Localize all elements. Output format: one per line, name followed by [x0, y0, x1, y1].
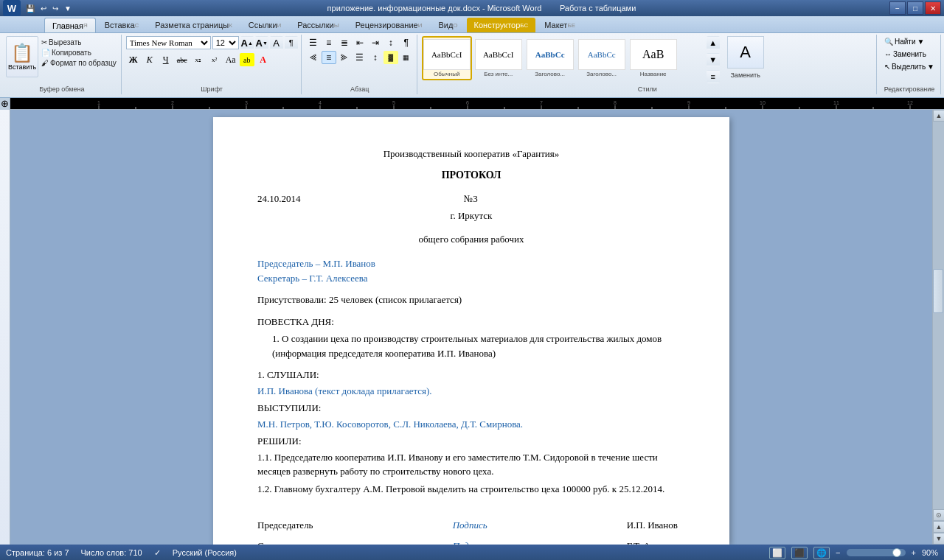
line-spacing-btn[interactable]: ↕ — [368, 51, 383, 64]
status-left: Страница: 6 из 7 Число слов: 710 ✓ Русск… — [6, 548, 237, 558]
window-controls[interactable]: − □ ✕ — [889, 1, 941, 15]
align-center-btn[interactable]: ≡ — [322, 51, 336, 64]
ribbon-content: 📋 Вставить ✂ Вырезать 📄 Копировать 🖌 Фор… — [0, 32, 944, 97]
font-color-btn[interactable]: A — [256, 53, 271, 66]
bold-btn[interactable]: Ж — [126, 53, 141, 66]
prev-page-btn[interactable]: ▲ — [933, 521, 944, 533]
doc-agenda-item: 1. О создании цеха по производству строи… — [272, 332, 685, 360]
multilevel-btn[interactable]: ≣ — [337, 36, 352, 49]
highlight-btn[interactable]: ab — [240, 53, 254, 66]
status-right: ⬜ ⬛ 🌐 − + 90% — [769, 547, 938, 559]
close-btn[interactable]: ✕ — [925, 1, 941, 15]
spell-check-icon[interactable]: ✓ — [154, 548, 161, 558]
clear-format-btn[interactable]: A — [270, 36, 283, 49]
format-painter-button[interactable]: 🖌 Формат по образцу — [40, 58, 118, 68]
strikethrough-btn[interactable]: abc — [175, 53, 190, 66]
view-print-btn[interactable]: ⬜ — [769, 547, 785, 559]
find-button[interactable]: 🔍 Найти ▼ — [881, 36, 927, 47]
tab-references[interactable]: СсылкиИ — [241, 18, 288, 32]
styles-up-btn[interactable]: ▲ — [707, 36, 720, 49]
tab-layout2[interactable]: МакетБЕ — [537, 18, 583, 32]
style-normal[interactable]: AaBbCcI Обычный — [422, 36, 472, 80]
tab-insert[interactable]: ВставкаС — [97, 18, 147, 32]
doc-city: г. Иркутск — [257, 209, 685, 223]
tab-mailings[interactable]: РассылкиЫ — [290, 18, 346, 32]
customize-quick-btn[interactable]: ▼ — [62, 4, 74, 13]
paste-icon: 📋 — [11, 43, 33, 63]
borders-btn[interactable]: ▦ — [399, 51, 414, 64]
justify-btn[interactable]: ☰ — [353, 51, 367, 64]
tab-home[interactable]: ГлавнаяЯ — [44, 18, 96, 32]
redo-quick-btn[interactable]: ↪ — [50, 4, 60, 13]
superscript-btn[interactable]: x² — [207, 53, 222, 66]
para-row-1: ☰ ≡ ≣ ⇤ ⇥ ↕ ¶ — [306, 36, 414, 49]
shading-btn[interactable]: ▓ — [384, 51, 398, 64]
show-hide-btn[interactable]: ¶ — [285, 36, 298, 49]
word-count[interactable]: Число слов: 710 — [81, 548, 142, 557]
language[interactable]: Русский (Россия) — [173, 548, 237, 557]
scroll-track[interactable] — [933, 122, 944, 509]
subscript-btn[interactable]: x₂ — [191, 53, 206, 66]
clipboard-label: Буфер обмена — [6, 84, 118, 93]
zoom-out-btn[interactable]: − — [836, 548, 840, 557]
title-bar-left: W 💾 ↩ ↪ ▼ — [3, 0, 74, 16]
para-row-2: ⫷ ≡ ⫸ ☰ ↕ ▓ ▦ — [306, 51, 414, 64]
align-right-btn[interactable]: ⫸ — [337, 51, 352, 64]
doc-chairman: Председатель – М.П. Иванов — [257, 256, 685, 271]
font-size-select[interactable]: 12 — [212, 36, 239, 49]
svg-text:4: 4 — [319, 100, 322, 105]
view-web-btn[interactable]: 🌐 — [813, 547, 830, 559]
numbering-btn[interactable]: ≡ — [322, 36, 336, 49]
undo-quick-btn[interactable]: ↩ — [38, 4, 49, 13]
italic-btn[interactable]: К — [142, 53, 157, 66]
style-no-spacing[interactable]: AaBbCcI Без инте... — [473, 36, 524, 80]
pilcrow-btn[interactable]: ¶ — [399, 36, 414, 49]
grow-font-btn[interactable]: A▲ — [240, 36, 254, 49]
document-area[interactable]: Производственный кооператив «Гарантия» П… — [10, 110, 932, 545]
bullets-btn[interactable]: ☰ — [306, 36, 321, 49]
sort-btn[interactable]: ↕ — [384, 36, 398, 49]
zoom-in-btn[interactable]: + — [912, 548, 916, 557]
style-title-preview: AaB — [630, 39, 677, 70]
tab-view[interactable]: ВидО — [431, 18, 465, 32]
style-title[interactable]: AaB Название — [628, 36, 678, 80]
svg-text:8: 8 — [614, 100, 617, 105]
paste-button[interactable]: 📋 Вставить — [6, 36, 38, 77]
select-browse-btn[interactable]: ⊙ — [933, 509, 944, 521]
style-heading2[interactable]: AaBbCc Заголово... — [577, 36, 627, 80]
horizontal-ruler: 1 2 3 4 5 6 7 8 — [10, 98, 944, 110]
copy-button[interactable]: 📄 Копировать — [40, 48, 118, 57]
copy-icon: 📄 — [41, 49, 50, 57]
tab-design[interactable]: КонструкторБС — [467, 18, 536, 32]
underline-btn[interactable]: Ч — [159, 53, 173, 66]
minimize-btn[interactable]: − — [889, 1, 906, 15]
select-button[interactable]: ↖ Выделить ▼ — [881, 61, 937, 72]
scroll-thumb[interactable] — [933, 269, 943, 313]
align-left-btn[interactable]: ⫷ — [306, 51, 321, 64]
next-page-btn[interactable]: ▼ — [933, 533, 944, 545]
scroll-up-btn[interactable]: ▲ — [933, 110, 944, 122]
shrink-font-btn[interactable]: A▼ — [255, 36, 268, 49]
case-btn[interactable]: Аа — [223, 53, 238, 66]
styles-down-btn[interactable]: ▼ — [707, 53, 720, 66]
styles-gallery: AaBbCcI Обычный AaBbCcI Без инте... AaBb… — [422, 36, 702, 83]
select-icon: ↖ — [884, 63, 890, 71]
find-icon: 🔍 — [884, 38, 893, 46]
styles-more-btn[interactable]: ≡ — [707, 70, 720, 83]
page-info[interactable]: Страница: 6 из 7 — [6, 548, 69, 557]
replace-button[interactable]: ↔ Заменить — [881, 49, 929, 60]
tab-review[interactable]: РецензированиеИ — [348, 18, 430, 32]
increase-indent-btn[interactable]: ⇥ — [368, 36, 383, 49]
maximize-btn[interactable]: □ — [907, 1, 923, 15]
style-heading1[interactable]: AaBbCc Заголово... — [525, 36, 575, 80]
cut-button[interactable]: ✂ Вырезать — [40, 38, 118, 47]
tab-layout[interactable]: Разметка страницыК — [148, 18, 239, 32]
decrease-indent-btn[interactable]: ⇤ — [353, 36, 367, 49]
change-styles-btn[interactable]: A — [727, 36, 764, 69]
doc-secretary-person: Секретарь – Г.Т. Алексеева — [257, 271, 685, 286]
save-quick-btn[interactable]: 💾 — [24, 4, 37, 13]
font-name-select[interactable]: Times New Roman — [126, 36, 211, 49]
zoom-level[interactable]: 90% — [922, 548, 938, 557]
view-full-btn[interactable]: ⬛ — [791, 547, 808, 559]
zoom-slider[interactable] — [847, 549, 906, 556]
